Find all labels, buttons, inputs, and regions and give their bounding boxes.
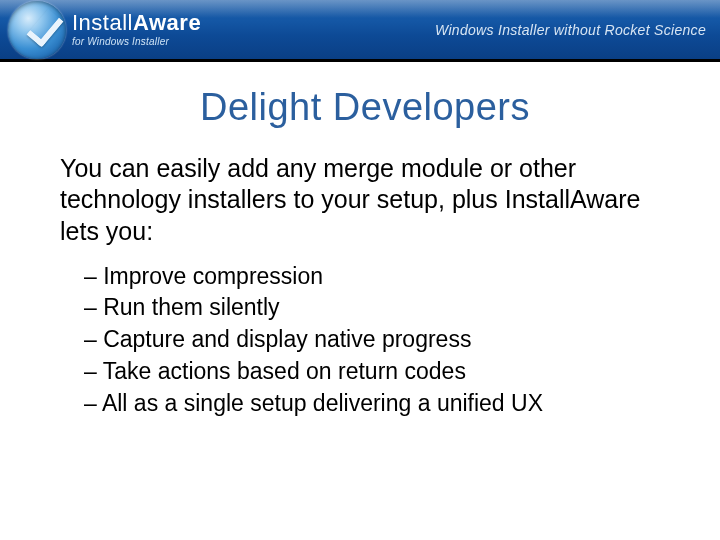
brand-text: InstallAware for Windows Installer [72,12,201,47]
slide-intro: You can easily add any merge module or o… [60,153,670,247]
checkmark-globe-icon [8,1,66,59]
brand-subtitle: for Windows Installer [72,37,201,47]
brand-suffix: Aware [133,10,201,35]
logo: InstallAware for Windows Installer [0,1,201,59]
header-tagline: Windows Installer without Rocket Science [435,22,720,38]
slide-title: Delight Developers [60,86,670,129]
bullet-item: – Run them silently [84,292,670,324]
brand-name: InstallAware [72,12,201,34]
bullet-list: – Improve compression – Run them silentl… [60,261,670,420]
bullet-item: – Capture and display native progress [84,324,670,356]
slide-content: Delight Developers You can easily add an… [0,62,720,419]
bullet-item: – Take actions based on return codes [84,356,670,388]
brand-prefix: Install [72,10,133,35]
bullet-item: – All as a single setup delivering a uni… [84,388,670,420]
header-bar: InstallAware for Windows Installer Windo… [0,0,720,62]
bullet-item: – Improve compression [84,261,670,293]
